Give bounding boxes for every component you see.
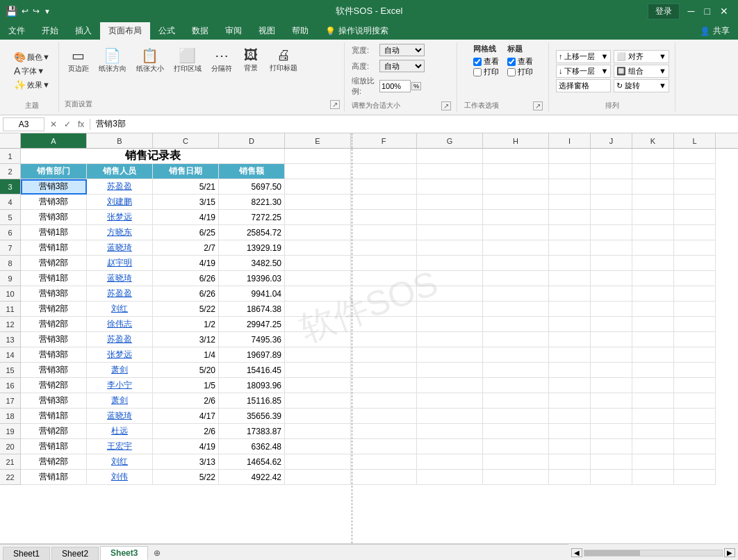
redo-icon[interactable]: ↪ [33,6,40,16]
cell-l13[interactable] [674,332,716,347]
cell-d4[interactable]: 8221.30 [219,195,285,210]
cell-c12[interactable]: 1/2 [153,317,219,332]
scroll-left-button[interactable]: ◀ [571,548,582,557]
margins-button[interactable]: ▭ 页边距 [65,45,92,76]
login-button[interactable]: 登录 [648,3,680,19]
cell-e5[interactable] [285,210,351,225]
cell-l8[interactable] [674,256,716,271]
cell-j20[interactable] [591,439,632,454]
cell-e6[interactable] [285,225,351,240]
col-header-g[interactable]: G [417,133,483,148]
cell-h15[interactable] [483,363,549,378]
cell-l10[interactable] [674,286,716,302]
cell-i14[interactable] [549,347,591,363]
cell-g5[interactable] [417,210,483,225]
cell-k19[interactable] [632,424,674,439]
cell-f14[interactable] [351,347,417,363]
cell-b2[interactable]: 销售人员 [87,164,153,179]
cell-c21[interactable]: 3/13 [153,454,219,470]
quick-access-dropdown[interactable]: ▼ [44,8,51,15]
cell-l14[interactable] [674,347,716,363]
cell-k4[interactable] [632,195,674,210]
cell-i3[interactable] [549,179,591,195]
cell-a5[interactable]: 营销3部 [21,210,87,225]
cell-j10[interactable] [591,286,632,302]
cell-a10[interactable]: 营销3部 [21,286,87,302]
effects-button[interactable]: ✨ 效果▼ [11,79,53,91]
cell-d2[interactable]: 销售额 [219,164,285,179]
col-header-c[interactable]: C [153,133,219,148]
cell-k17[interactable] [632,393,674,409]
cell-c7[interactable]: 2/7 [153,240,219,256]
colors-button[interactable]: 🎨 颜色▼ [11,51,53,63]
undo-icon[interactable]: ↩ [22,6,28,16]
cell-g11[interactable] [417,302,483,317]
selection-pane-button[interactable]: 选择窗格 [556,79,612,92]
cell-f19[interactable] [351,424,417,439]
headings-view-check[interactable]: 查看 [507,56,533,67]
cell-d20[interactable]: 6362.48 [219,439,285,454]
save-icon[interactable]: 💾 [6,6,17,17]
cell-f6[interactable] [351,225,417,240]
col-header-f[interactable]: F [351,133,417,148]
cell-a20[interactable]: 营销1部 [21,439,87,454]
cell-l1[interactable] [674,149,716,164]
cell-c15[interactable]: 5/20 [153,363,219,378]
cell-j6[interactable] [591,225,632,240]
cell-j5[interactable] [591,210,632,225]
col-header-h[interactable]: H [483,133,549,148]
cell-b21[interactable]: 刘红 [87,454,153,470]
cell-f3[interactable] [351,179,417,195]
cell-g2[interactable] [417,164,483,179]
cell-a16[interactable]: 营销2部 [21,378,87,393]
cell-e15[interactable] [285,363,351,378]
cell-h20[interactable] [483,439,549,454]
cell-j11[interactable] [591,302,632,317]
cell-h22[interactable] [483,470,549,485]
cell-i18[interactable] [549,409,591,424]
cell-h14[interactable] [483,347,549,363]
cell-j16[interactable] [591,378,632,393]
cell-f22[interactable] [351,470,417,485]
cancel-formula-button[interactable]: ✕ [47,120,60,129]
cell-g21[interactable] [417,454,483,470]
cell-c16[interactable]: 1/5 [153,378,219,393]
cell-h1[interactable] [483,149,549,164]
paper-size-button[interactable]: 📋 纸张大小 [133,45,167,76]
cell-h12[interactable] [483,317,549,332]
cell-h6[interactable] [483,225,549,240]
cell-l22[interactable] [674,470,716,485]
cell-b8[interactable]: 赵宇明 [87,256,153,271]
scale-expand[interactable]: ↗ [441,101,451,110]
tab-review[interactable]: 审阅 [217,22,250,40]
cell-i22[interactable] [549,470,591,485]
cell-b11[interactable]: 刘红 [87,302,153,317]
gridlines-view-checkbox[interactable] [473,58,482,66]
gridlines-view-check[interactable]: 查看 [473,56,499,67]
cell-h10[interactable] [483,286,549,302]
cell-k3[interactable] [632,179,674,195]
cell-f16[interactable] [351,378,417,393]
cell-j3[interactable] [591,179,632,195]
cell-d18[interactable]: 35656.39 [219,409,285,424]
tab-formulas[interactable]: 公式 [150,22,183,40]
cell-b17[interactable]: 萧剑 [87,393,153,409]
cell-c4[interactable]: 3/15 [153,195,219,210]
cell-j18[interactable] [591,409,632,424]
cell-l4[interactable] [674,195,716,210]
cell-c14[interactable]: 1/4 [153,347,219,363]
cell-f21[interactable] [351,454,417,470]
tab-file[interactable]: 文件 [0,22,33,40]
gridlines-print-check[interactable]: 打印 [473,67,499,77]
cell-e11[interactable] [285,302,351,317]
print-area-button[interactable]: ⬜ 打印区域 [170,45,205,76]
cell-d19[interactable]: 17383.87 [219,424,285,439]
cell-c20[interactable]: 4/19 [153,439,219,454]
cell-j2[interactable] [591,164,632,179]
col-header-e[interactable]: E [285,133,351,148]
cell-b18[interactable]: 蓝晓琦 [87,409,153,424]
cell-k7[interactable] [632,240,674,256]
cell-b9[interactable]: 蓝晓琦 [87,271,153,286]
cell-g4[interactable] [417,195,483,210]
cell-g3[interactable] [417,179,483,195]
